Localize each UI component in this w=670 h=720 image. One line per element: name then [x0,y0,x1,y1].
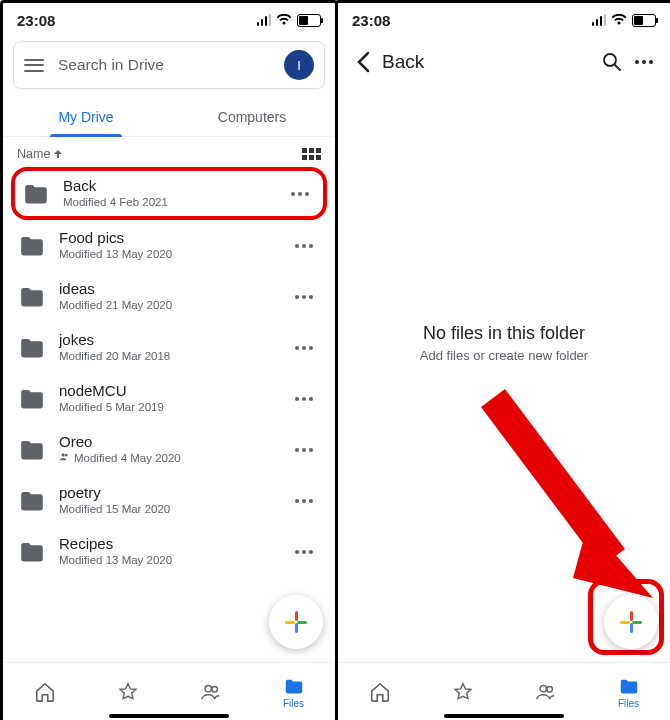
folder-row[interactable]: OreoModified 4 May 2020 [11,424,327,475]
nav-shared[interactable] [169,663,252,720]
people-icon [535,681,557,703]
file-list: BackModified 4 Feb 2021Food picsModified… [3,167,335,577]
folder-icon [19,440,45,460]
home-icon [369,681,391,703]
item-more-button[interactable] [291,499,317,503]
nav-home[interactable] [338,663,421,720]
home-indicator [444,714,564,718]
search-icon [602,52,622,72]
folder-subtitle: Modified 13 May 2020 [59,247,291,262]
folder-row[interactable]: jokesModified 20 Mar 2018 [11,322,327,373]
folder-title: Back [382,51,596,73]
folder-row[interactable]: RecipesModified 13 May 2020 [11,526,327,577]
tab-my-drive[interactable]: My Drive [3,99,169,136]
empty-state: No files in this folder Add files or cre… [338,323,670,363]
folder-name: ideas [59,280,291,298]
sort-button[interactable]: Name [17,147,63,161]
item-more-button[interactable] [291,448,317,452]
nav-shared[interactable] [504,663,587,720]
battery-icon [297,14,321,27]
folder-icon [19,542,45,562]
folder-icon [23,184,49,204]
account-avatar[interactable]: I [284,50,314,80]
shared-icon [59,451,70,466]
nav-files[interactable]: Files [587,663,670,720]
folder-icon [19,338,45,358]
folder-icon [19,389,45,409]
search-bar[interactable]: Search in Drive I [13,41,325,89]
more-button[interactable] [628,60,660,64]
wifi-icon [276,14,292,26]
folder-icon [618,676,640,698]
folder-subtitle: Modified 4 May 2020 [59,451,291,466]
people-icon [200,681,222,703]
folder-subtitle: Modified 4 Feb 2021 [63,195,287,210]
view-grid-icon[interactable] [302,148,321,160]
bottom-nav: Files [338,662,670,720]
tab-computers[interactable]: Computers [169,99,335,136]
bottom-nav: Files [3,662,335,720]
item-more-button[interactable] [291,550,317,554]
folder-subtitle: Modified 5 Mar 2019 [59,400,291,415]
tab-bar: My Drive Computers [3,99,335,137]
signal-icon [592,14,607,26]
screenshot-empty-folder: 23:08 Back No files in this folder [335,0,670,720]
fab-add-button[interactable] [604,595,658,649]
nav-starred[interactable] [421,663,504,720]
folder-row[interactable]: poetryModified 15 Mar 2020 [11,475,327,526]
nav-starred[interactable] [86,663,169,720]
folder-name: nodeMCU [59,382,291,400]
svg-line-1 [493,398,613,558]
folder-subtitle: Modified 20 Mar 2018 [59,349,291,364]
folder-subtitle: Modified 13 May 2020 [59,553,291,568]
wifi-icon [611,14,627,26]
more-horizontal-icon [635,60,653,64]
item-more-button[interactable] [291,397,317,401]
item-more-button[interactable] [291,295,317,299]
empty-title: No files in this folder [338,323,670,344]
plus-icon [285,611,307,633]
folder-name: jokes [59,331,291,349]
folder-row[interactable]: Food picsModified 13 May 2020 [11,220,327,271]
nav-files[interactable]: Files [252,663,335,720]
folder-name: Recipes [59,535,291,553]
item-more-button[interactable] [287,192,313,196]
star-icon [452,681,474,703]
search-button[interactable] [596,52,628,72]
folder-name: poetry [59,484,291,502]
folder-subtitle: Modified 21 May 2020 [59,298,291,313]
folder-name: Oreo [59,433,291,451]
folder-header: Back [338,37,670,87]
folder-icon [19,287,45,307]
item-more-button[interactable] [291,346,317,350]
arrow-up-icon [53,149,63,159]
star-icon [117,681,139,703]
back-button[interactable] [348,51,378,73]
folder-icon [19,236,45,256]
status-bar: 23:08 [338,3,670,37]
empty-subtitle: Add files or create new folder [338,348,670,363]
menu-icon[interactable] [24,59,44,72]
folder-row[interactable]: ideasModified 21 May 2020 [11,271,327,322]
annotation-arrow [478,383,658,603]
nav-home[interactable] [3,663,86,720]
search-placeholder: Search in Drive [58,56,284,74]
folder-row[interactable]: BackModified 4 Feb 2021 [11,167,327,220]
folder-icon [283,676,305,698]
status-time: 23:08 [17,12,55,29]
fab-add-button[interactable] [269,595,323,649]
status-time: 23:08 [352,12,390,29]
svg-point-0 [604,54,616,66]
battery-icon [632,14,656,27]
folder-name: Back [63,177,287,195]
home-indicator [109,714,229,718]
folder-name: Food pics [59,229,291,247]
item-more-button[interactable] [291,244,317,248]
folder-subtitle: Modified 15 Mar 2020 [59,502,291,517]
signal-icon [257,14,272,26]
home-icon [34,681,56,703]
folder-row[interactable]: nodeMCUModified 5 Mar 2019 [11,373,327,424]
plus-icon [620,611,642,633]
chevron-left-icon [356,51,370,73]
folder-icon [19,491,45,511]
